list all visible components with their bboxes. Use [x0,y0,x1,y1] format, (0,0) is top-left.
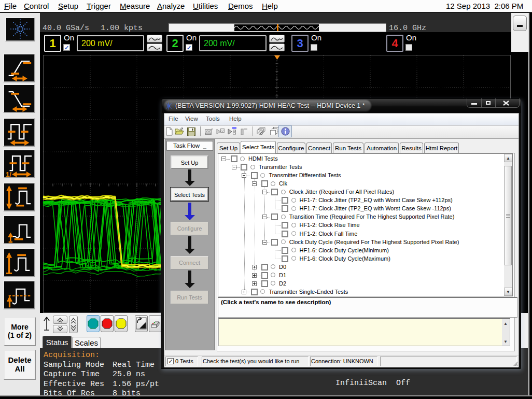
svg-text:1/: 1/ [6,170,11,177]
